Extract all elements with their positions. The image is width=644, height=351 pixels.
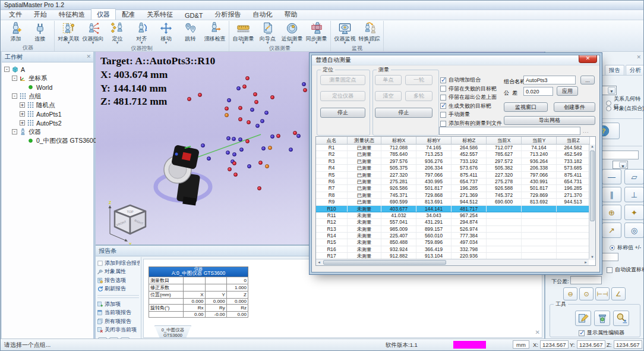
cube-face-top[interactable]: TOP xyxy=(127,210,134,214)
menu-item-1[interactable]: 文件 xyxy=(3,8,28,20)
column-header-2[interactable]: 测量状态 xyxy=(348,137,381,145)
table-row-r7[interactable]: R7已测量926.586501.817196.285926.588501.817… xyxy=(316,185,595,192)
menu-item-6[interactable]: 关系特征 xyxy=(141,8,179,20)
feature-name-input[interactable] xyxy=(599,151,639,159)
menu-item-8[interactable]: 分析报告 xyxy=(209,8,247,20)
tree-node--[interactable]: -点组 xyxy=(2,92,93,101)
radio-object-fit[interactable]: 对象(点拟合) xyxy=(606,105,644,112)
line-feature-button[interactable]: — xyxy=(602,169,621,184)
tree-node-0-gts3600[interactable]: 0_中图仪器 GTS3600 xyxy=(2,136,93,145)
vectors-feature-button[interactable]: ↗ xyxy=(602,222,621,238)
table-row-r14[interactable]: R14未测量225.407560.010777.384 xyxy=(316,233,595,239)
ribbon-button-instrument-aim[interactable]: 仪器指向▼ xyxy=(81,21,105,45)
locate-instrument-button[interactable]: 定位仪器 xyxy=(320,91,365,101)
menu-item-3[interactable]: 特征构造 xyxy=(53,8,91,20)
menu-item-9[interactable]: 自动化 xyxy=(247,8,279,20)
clear-button[interactable]: 清空 xyxy=(375,91,402,101)
export-grid-button[interactable]: 导出网格 xyxy=(504,116,595,125)
single-point-button[interactable]: 单点 xyxy=(375,75,402,85)
expand-icon[interactable]: + xyxy=(20,102,25,108)
parallel-feature-button[interactable]: ∥ xyxy=(602,187,621,202)
report-action-current-report[interactable]: 当前项报告 xyxy=(97,309,140,318)
option-checkbox-1[interactable]: 自动增加组合 xyxy=(440,76,481,84)
lower-tolerance-input[interactable] xyxy=(570,276,602,284)
option-checkbox-5[interactable]: 手动测量 xyxy=(440,111,470,118)
view-cube[interactable]: Z X TOP FRONT RIGHT xyxy=(109,200,146,245)
ribbon-button-object-link[interactable]: 对象关联▼ xyxy=(56,21,81,45)
horizontal-scrollbar[interactable]: ◄► xyxy=(316,259,589,265)
auto-set-nominal-checkbox[interactable]: 自动设置标称值 xyxy=(607,266,644,274)
report-action-refresh[interactable]: 刷新报告 xyxy=(97,285,140,294)
cube-face-right[interactable]: RIGHT xyxy=(134,218,144,225)
ribbon-button-guide-points[interactable]: 向导点▼ xyxy=(255,21,280,45)
column-header-7[interactable]: 当前Y xyxy=(522,137,557,145)
tree-node--[interactable]: +随机点 xyxy=(2,101,93,109)
plane-feature-button[interactable]: ▱ xyxy=(624,169,644,184)
tree-node-a[interactable]: -A xyxy=(2,65,93,74)
table-row-r16[interactable]: R16未测量932.924366.419332.798 xyxy=(316,246,595,253)
table-row-r4[interactable]: R4已测量505.375206.334573.676505.382206.338… xyxy=(316,165,595,171)
menu-item-5[interactable]: 配准 xyxy=(116,8,141,20)
table-row-r6[interactable]: R6已测量275.281430.995654.737275.278430.991… xyxy=(316,178,595,185)
concentric-feature-button[interactable]: ◎ xyxy=(624,222,644,238)
collapse-icon[interactable]: - xyxy=(4,67,10,72)
option-checkbox-2[interactable]: 停留在失败的目标靶 xyxy=(440,85,497,93)
edit-tool-button[interactable] xyxy=(575,311,591,326)
tree-node-world[interactable]: World xyxy=(2,83,93,92)
collapse-icon[interactable]: - xyxy=(12,129,17,134)
one-round-button[interactable]: 一轮 xyxy=(405,75,433,85)
file-path-browse[interactable]: ... xyxy=(583,128,589,134)
tree-node--[interactable]: -仪器 xyxy=(2,127,93,136)
ribbon-button-instrument-monitor[interactable]: 仪器监视▼ xyxy=(333,21,357,45)
report-action-report-options[interactable]: 报告选项 xyxy=(97,276,140,285)
perpendicular-feature-button[interactable]: ⊥ xyxy=(624,187,644,202)
menu-item-4[interactable]: 仪器 xyxy=(91,8,116,20)
menu-item-10[interactable]: 帮助 xyxy=(279,8,304,20)
distance-dimension-button[interactable]: ⊢⊣ xyxy=(595,287,610,300)
column-header-1[interactable]: 点名 xyxy=(316,137,348,145)
diamonds-feature-button[interactable]: ✦ xyxy=(624,205,644,220)
column-header-8[interactable]: 当前Z xyxy=(557,137,590,145)
coord-value-x[interactable]: 1234.567 xyxy=(540,340,569,349)
report-doc-tab[interactable]: 0_中图仪器 GTS3600 xyxy=(154,325,191,338)
table-row-r10[interactable]: R10未测量403.677144.141481.717 xyxy=(316,206,595,212)
group-name-browse-button[interactable]: ... xyxy=(580,76,595,84)
table-row-r11[interactable]: R11未测量41.03234.043967.254 xyxy=(316,212,595,219)
radius-dimension-button[interactable]: ⊙ xyxy=(579,287,594,300)
report-action-checkbox[interactable]: 添加到综合报告 xyxy=(97,259,140,268)
menu-item-2[interactable]: 开始 xyxy=(28,8,53,20)
close-icon[interactable]: ✕ xyxy=(535,329,540,336)
expand-icon[interactable]: + xyxy=(20,120,25,126)
close-icon[interactable]: ✕ xyxy=(86,54,91,59)
measure-stop-button[interactable]: 停止 xyxy=(375,108,433,118)
table-row-r1[interactable]: R1已测量712.08874.165264.586712.07774.16426… xyxy=(316,145,595,151)
measure-fixed-point-button[interactable]: 测量固定点 xyxy=(320,75,365,85)
ribbon-button-connect-instrument[interactable]: 连接 xyxy=(28,21,52,42)
cube-face-front[interactable]: FRONT xyxy=(116,220,127,227)
unit-box[interactable]: mm xyxy=(513,340,529,349)
coord-value-z[interactable]: 1234.567 xyxy=(614,340,642,349)
menu-item-7[interactable]: GD&T xyxy=(179,10,209,20)
tolerance-input[interactable] xyxy=(523,87,553,96)
nominal-radio[interactable]: 标称值 +/- xyxy=(610,244,641,252)
column-header-3[interactable]: 标称X xyxy=(381,137,416,145)
dialog-title-bar[interactable]: 普通自动测量 ✕ xyxy=(312,55,599,65)
table-row-r13[interactable]: R13未测量985.009899.157526.974 xyxy=(316,226,595,233)
report-action-wrench[interactable]: 对象属性 xyxy=(97,268,140,277)
show-editor-checkbox[interactable]: 显示属性编辑器 xyxy=(579,329,624,337)
coord-value-y[interactable]: 1234.567 xyxy=(577,340,605,349)
report-action-close-others[interactable]: 关闭非当前项 xyxy=(97,326,140,335)
ribbon-button-approx-measure[interactable]: 近似测量▼ xyxy=(280,21,304,45)
expand-icon[interactable]: + xyxy=(20,111,25,117)
monitor-window-button[interactable]: 监视窗口 xyxy=(504,102,548,112)
tree-node--[interactable]: -坐标系 xyxy=(2,74,93,83)
dialog-close-button[interactable]: ✕ xyxy=(579,55,597,63)
option-checkbox-4[interactable]: 生成失败的目标靶 xyxy=(440,102,491,110)
delete-tool-button[interactable] xyxy=(594,311,610,326)
column-header-6[interactable]: 当前X xyxy=(487,137,522,145)
collapse-icon[interactable]: - xyxy=(12,76,17,81)
table-row-r3[interactable]: R3已测量297.576936.276733.192297.572936.264… xyxy=(316,158,595,165)
apply-button[interactable]: 应用 xyxy=(557,86,578,96)
multi-round-button[interactable]: 多轮 xyxy=(405,91,433,101)
feature-sub-dropdown[interactable]: ▼ xyxy=(613,161,628,169)
